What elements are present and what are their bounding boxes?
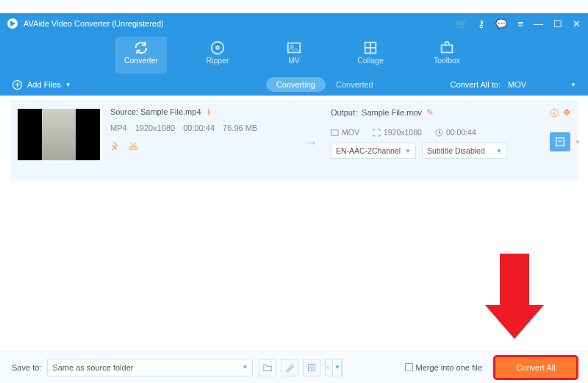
chevron-down-icon: ▼ <box>575 139 581 146</box>
app-logo <box>7 18 18 29</box>
source-label: Source: <box>110 107 138 116</box>
grid-icon <box>362 40 379 56</box>
edit-icon[interactable]: ✎ <box>426 107 434 118</box>
pin-icon[interactable] <box>110 141 120 151</box>
open-folder-button[interactable] <box>259 359 276 376</box>
enhance-button[interactable] <box>281 359 298 376</box>
nav-label: MV <box>288 56 300 65</box>
chevron-down-icon: ▼ <box>65 82 71 88</box>
source-duration: 00:00:44 <box>183 124 215 132</box>
thumbnail[interactable] <box>18 109 100 160</box>
menu-icon[interactable]: ≡ <box>517 18 523 29</box>
close-icon[interactable]: ✕ <box>573 18 581 29</box>
tab-converted[interactable]: Converted <box>326 77 384 92</box>
minimize-icon[interactable]: — <box>534 18 543 29</box>
tab-converting[interactable]: Converting <box>266 77 326 92</box>
svg-point-4 <box>290 45 293 48</box>
add-files-label: Add Files <box>27 80 61 89</box>
svg-marker-0 <box>10 21 15 26</box>
annotation-arrow <box>500 254 544 339</box>
warning-icon[interactable]: ⓘ <box>550 107 559 120</box>
nav-label: Converter <box>124 56 158 65</box>
info-icon[interactable]: i <box>208 107 210 116</box>
output-label: Output: <box>331 108 357 117</box>
toolbar: Add Files ▼ Converting Converted Convert… <box>0 74 588 96</box>
settings-button[interactable]: ▼ <box>325 359 343 376</box>
out-format: MOV <box>342 128 359 137</box>
clock-icon <box>435 129 443 137</box>
out-resolution: 1920x1080 <box>384 128 422 137</box>
film-icon <box>331 129 339 137</box>
svg-point-14 <box>311 366 314 369</box>
plus-circle-icon <box>12 79 23 90</box>
source-size: 76.96 MB <box>223 124 257 132</box>
add-files-button[interactable]: Add Files ▼ <box>12 79 71 90</box>
disc-icon <box>209 40 226 56</box>
nav-converter[interactable]: Converter <box>115 37 167 74</box>
compress-button[interactable] <box>303 359 320 376</box>
svg-point-9 <box>135 147 137 150</box>
out-duration: 00:00:44 <box>446 128 476 137</box>
source-resolution: 1920x1080 <box>135 124 175 132</box>
svg-rect-13 <box>309 364 315 371</box>
nav-label: Collage <box>357 56 384 65</box>
profile-button[interactable]: ▼ <box>550 132 570 151</box>
svg-point-1 <box>212 42 224 54</box>
nav-mv[interactable]: MV <box>268 37 320 74</box>
subtitle-select[interactable]: Subtitle Disabled▼ <box>422 143 507 159</box>
expand-icon <box>373 129 381 137</box>
svg-rect-6 <box>442 45 453 52</box>
nav-collage[interactable]: Collage <box>345 37 396 74</box>
feedback-icon[interactable]: 💬 <box>495 18 507 29</box>
audio-select[interactable]: EN-AAC-2Channel▼ <box>331 143 416 159</box>
save-to-label: Save to: <box>12 363 41 372</box>
nav: Converter Ripper MV Collage Toolbox <box>0 34 588 74</box>
titlebar: AVAide Video Converter (Unregistered) 🛒 … <box>0 13 588 34</box>
convert-all-button[interactable]: Convert All <box>495 357 576 378</box>
svg-rect-10 <box>331 129 338 135</box>
source-format: MP4 <box>110 124 127 132</box>
image-icon <box>286 40 302 56</box>
merge-checkbox[interactable]: Merge into one file <box>405 363 483 372</box>
save-to-select[interactable]: Same as source folder▼ <box>47 359 253 376</box>
svg-point-2 <box>216 46 219 49</box>
nav-label: Toolbox <box>434 56 460 65</box>
output-filename: Sample File.mov <box>362 108 422 117</box>
nav-label: Ripper <box>207 56 229 65</box>
svg-point-8 <box>129 147 132 150</box>
cart-icon[interactable]: 🛒 <box>456 18 467 29</box>
cut-icon[interactable] <box>129 141 138 151</box>
file-row: Source: Sample File.mp4 i MP4 1920x1080 … <box>10 100 578 181</box>
nav-ripper[interactable]: Ripper <box>192 37 243 74</box>
svg-point-15 <box>328 366 330 368</box>
convert-all-format-select[interactable]: MOV▼ <box>508 80 576 89</box>
app-title: AVAide Video Converter (Unregistered) <box>24 19 164 28</box>
maximize-icon[interactable]: ☐ <box>553 18 562 29</box>
nav-toolbox[interactable]: Toolbox <box>421 37 473 74</box>
key-icon[interactable]: ⚷ <box>478 18 485 29</box>
toolbox-icon <box>439 40 455 56</box>
footer: Save to: Same as source folder▼ ▼ Merge … <box>0 351 588 383</box>
svg-rect-12 <box>556 138 564 146</box>
refresh-icon <box>133 40 149 56</box>
merge-label: Merge into one file <box>416 363 483 372</box>
menubar <box>0 0 588 13</box>
arrow-icon: → <box>304 135 318 151</box>
source-filename: Sample File.mp4 <box>140 107 201 116</box>
convert-all-to-label: Convert All to: <box>451 80 501 89</box>
move-icon[interactable]: ✥ <box>563 107 570 120</box>
